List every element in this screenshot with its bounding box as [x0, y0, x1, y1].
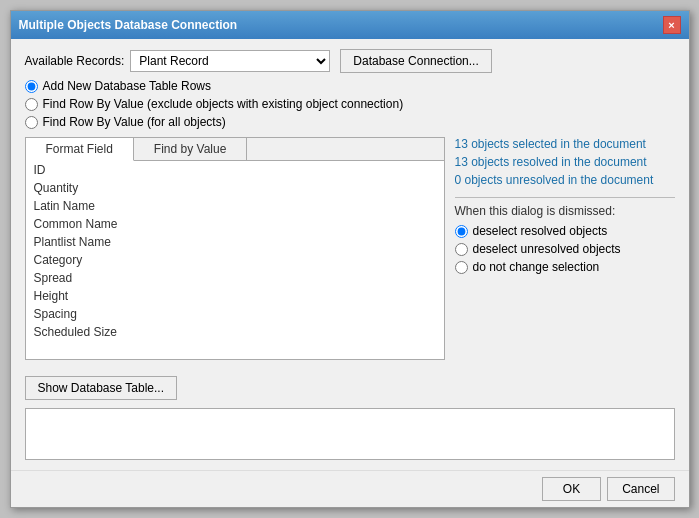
text-area-section [25, 408, 675, 460]
status-selected: 13 objects selected in the document [455, 137, 675, 151]
dismiss-unresolved-label: deselect unresolved objects [473, 242, 621, 256]
radio-find-exclude: Find Row By Value (exclude objects with … [25, 97, 675, 111]
dialog-content: Available Records: Plant Record Database… [11, 39, 689, 470]
dismiss-option-deselect-resolved[interactable]: deselect resolved objects [455, 224, 675, 238]
dismiss-no-change-label: do not change selection [473, 260, 600, 274]
dismiss-radio-unresolved[interactable] [455, 243, 468, 256]
tab-find-by-value[interactable]: Find by Value [134, 138, 248, 160]
right-panel: 13 objects selected in the document 13 o… [455, 137, 675, 400]
radio-find-exclude-label[interactable]: Find Row By Value (exclude objects with … [43, 97, 404, 111]
radio-find-all-label[interactable]: Find Row By Value (for all objects) [43, 115, 226, 129]
divider [455, 197, 675, 198]
list-item[interactable]: Spacing [26, 305, 444, 323]
main-area: Format Field Find by Value ID Quantity L… [25, 137, 675, 400]
show-database-table-button[interactable]: Show Database Table... [25, 376, 178, 400]
list-item[interactable]: Latin Name [26, 197, 444, 215]
list-item[interactable]: Common Name [26, 215, 444, 233]
radio-add-new: Add New Database Table Rows [25, 79, 675, 93]
title-bar: Multiple Objects Database Connection × [11, 11, 689, 39]
dismiss-resolved-label: deselect resolved objects [473, 224, 608, 238]
ok-button[interactable]: OK [542, 477, 601, 501]
list-item[interactable]: Plantlist Name [26, 233, 444, 251]
available-records-row: Available Records: Plant Record Database… [25, 49, 675, 73]
available-records-dropdown[interactable]: Plant Record [130, 50, 330, 72]
dismiss-label: When this dialog is dismissed: [455, 204, 675, 218]
dismiss-options: deselect resolved objects deselect unres… [455, 224, 675, 274]
radio-add-new-input[interactable] [25, 80, 38, 93]
tab-format-field[interactable]: Format Field [26, 138, 134, 161]
tab-header: Format Field Find by Value [25, 137, 445, 160]
status-unresolved: 0 objects unresolved in the document [455, 173, 675, 187]
list-item[interactable]: Spread [26, 269, 444, 287]
dismiss-radio-no-change[interactable] [455, 261, 468, 274]
list-item[interactable]: Height [26, 287, 444, 305]
dismiss-option-no-change[interactable]: do not change selection [455, 260, 675, 274]
dialog-title: Multiple Objects Database Connection [19, 18, 238, 32]
dialog-window: Multiple Objects Database Connection × A… [10, 10, 690, 508]
list-item[interactable]: ID [26, 161, 444, 179]
list-item[interactable]: Scheduled Size [26, 323, 444, 341]
list-item[interactable]: Quantity [26, 179, 444, 197]
close-button[interactable]: × [663, 16, 681, 34]
left-panel: Format Field Find by Value ID Quantity L… [25, 137, 445, 400]
dismiss-option-deselect-unresolved[interactable]: deselect unresolved objects [455, 242, 675, 256]
radio-find-all: Find Row By Value (for all objects) [25, 115, 675, 129]
status-resolved: 13 objects resolved in the document [455, 155, 675, 169]
list-item[interactable]: Category [26, 251, 444, 269]
bottom-bar: OK Cancel [11, 470, 689, 507]
available-records-label: Available Records: [25, 54, 125, 68]
cancel-button[interactable]: Cancel [607, 477, 674, 501]
radio-add-new-label[interactable]: Add New Database Table Rows [43, 79, 212, 93]
fields-list: ID Quantity Latin Name Common Name Plant… [25, 160, 445, 360]
radio-find-exclude-input[interactable] [25, 98, 38, 111]
radio-find-all-input[interactable] [25, 116, 38, 129]
dismiss-radio-resolved[interactable] [455, 225, 468, 238]
database-connection-button[interactable]: Database Connection... [340, 49, 491, 73]
